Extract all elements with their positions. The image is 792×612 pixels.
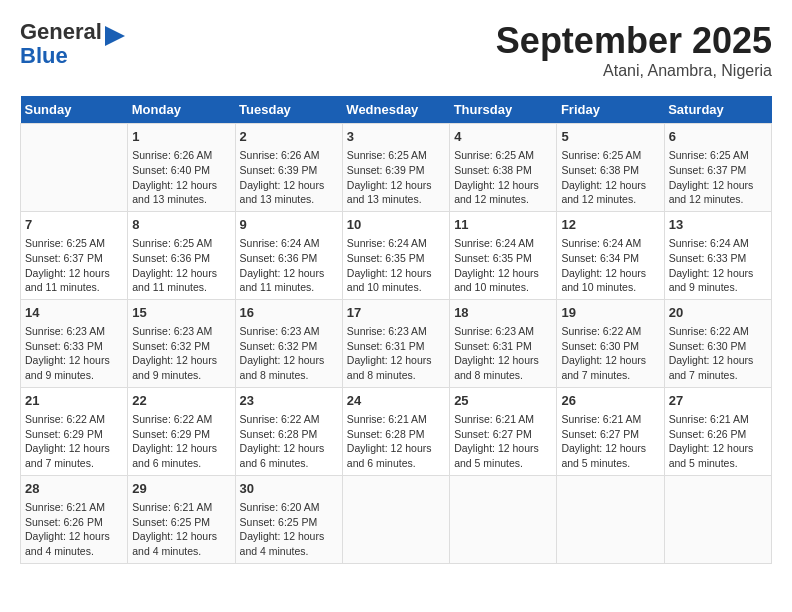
day-info: Sunrise: 6:25 AM Sunset: 6:36 PM Dayligh… xyxy=(132,236,230,295)
day-info: Sunrise: 6:21 AM Sunset: 6:27 PM Dayligh… xyxy=(561,412,659,471)
day-number: 17 xyxy=(347,304,445,322)
day-info: Sunrise: 6:25 AM Sunset: 6:38 PM Dayligh… xyxy=(454,148,552,207)
day-number: 4 xyxy=(454,128,552,146)
table-row xyxy=(21,124,128,212)
day-number: 9 xyxy=(240,216,338,234)
day-info: Sunrise: 6:22 AM Sunset: 6:29 PM Dayligh… xyxy=(132,412,230,471)
table-row: 22Sunrise: 6:22 AM Sunset: 6:29 PM Dayli… xyxy=(128,387,235,475)
calendar-week-row: 28Sunrise: 6:21 AM Sunset: 6:26 PM Dayli… xyxy=(21,475,772,563)
day-number: 28 xyxy=(25,480,123,498)
day-info: Sunrise: 6:24 AM Sunset: 6:35 PM Dayligh… xyxy=(347,236,445,295)
day-number: 29 xyxy=(132,480,230,498)
day-number: 7 xyxy=(25,216,123,234)
table-row: 8Sunrise: 6:25 AM Sunset: 6:36 PM Daylig… xyxy=(128,211,235,299)
logo: General Blue xyxy=(20,20,125,68)
day-number: 14 xyxy=(25,304,123,322)
table-row: 16Sunrise: 6:23 AM Sunset: 6:32 PM Dayli… xyxy=(235,299,342,387)
calendar-table: Sunday Monday Tuesday Wednesday Thursday… xyxy=(20,96,772,564)
calendar-week-row: 1Sunrise: 6:26 AM Sunset: 6:40 PM Daylig… xyxy=(21,124,772,212)
table-row: 15Sunrise: 6:23 AM Sunset: 6:32 PM Dayli… xyxy=(128,299,235,387)
day-number: 23 xyxy=(240,392,338,410)
table-row: 7Sunrise: 6:25 AM Sunset: 6:37 PM Daylig… xyxy=(21,211,128,299)
table-row: 5Sunrise: 6:25 AM Sunset: 6:38 PM Daylig… xyxy=(557,124,664,212)
table-row: 26Sunrise: 6:21 AM Sunset: 6:27 PM Dayli… xyxy=(557,387,664,475)
table-row: 23Sunrise: 6:22 AM Sunset: 6:28 PM Dayli… xyxy=(235,387,342,475)
svg-marker-0 xyxy=(105,26,125,46)
day-number: 12 xyxy=(561,216,659,234)
day-info: Sunrise: 6:21 AM Sunset: 6:26 PM Dayligh… xyxy=(25,500,123,559)
day-info: Sunrise: 6:24 AM Sunset: 6:35 PM Dayligh… xyxy=(454,236,552,295)
header-tuesday: Tuesday xyxy=(235,96,342,124)
table-row: 3Sunrise: 6:25 AM Sunset: 6:39 PM Daylig… xyxy=(342,124,449,212)
day-number: 1 xyxy=(132,128,230,146)
table-row: 14Sunrise: 6:23 AM Sunset: 6:33 PM Dayli… xyxy=(21,299,128,387)
day-number: 8 xyxy=(132,216,230,234)
day-number: 5 xyxy=(561,128,659,146)
day-number: 30 xyxy=(240,480,338,498)
logo-line2: Blue xyxy=(20,43,68,68)
day-info: Sunrise: 6:25 AM Sunset: 6:38 PM Dayligh… xyxy=(561,148,659,207)
day-number: 21 xyxy=(25,392,123,410)
table-row: 19Sunrise: 6:22 AM Sunset: 6:30 PM Dayli… xyxy=(557,299,664,387)
logo-arrow-icon xyxy=(105,26,125,46)
day-info: Sunrise: 6:25 AM Sunset: 6:37 PM Dayligh… xyxy=(25,236,123,295)
day-info: Sunrise: 6:23 AM Sunset: 6:31 PM Dayligh… xyxy=(454,324,552,383)
day-info: Sunrise: 6:22 AM Sunset: 6:28 PM Dayligh… xyxy=(240,412,338,471)
table-row xyxy=(557,475,664,563)
day-number: 3 xyxy=(347,128,445,146)
calendar-week-row: 14Sunrise: 6:23 AM Sunset: 6:33 PM Dayli… xyxy=(21,299,772,387)
day-info: Sunrise: 6:22 AM Sunset: 6:30 PM Dayligh… xyxy=(669,324,767,383)
calendar-subtitle: Atani, Anambra, Nigeria xyxy=(496,62,772,80)
title-block: September 2025 Atani, Anambra, Nigeria xyxy=(496,20,772,80)
day-info: Sunrise: 6:23 AM Sunset: 6:33 PM Dayligh… xyxy=(25,324,123,383)
table-row: 29Sunrise: 6:21 AM Sunset: 6:25 PM Dayli… xyxy=(128,475,235,563)
day-info: Sunrise: 6:25 AM Sunset: 6:39 PM Dayligh… xyxy=(347,148,445,207)
day-info: Sunrise: 6:24 AM Sunset: 6:36 PM Dayligh… xyxy=(240,236,338,295)
day-number: 2 xyxy=(240,128,338,146)
day-info: Sunrise: 6:24 AM Sunset: 6:33 PM Dayligh… xyxy=(669,236,767,295)
day-number: 16 xyxy=(240,304,338,322)
day-info: Sunrise: 6:22 AM Sunset: 6:30 PM Dayligh… xyxy=(561,324,659,383)
day-info: Sunrise: 6:24 AM Sunset: 6:34 PM Dayligh… xyxy=(561,236,659,295)
table-row: 17Sunrise: 6:23 AM Sunset: 6:31 PM Dayli… xyxy=(342,299,449,387)
day-number: 15 xyxy=(132,304,230,322)
table-row: 28Sunrise: 6:21 AM Sunset: 6:26 PM Dayli… xyxy=(21,475,128,563)
table-row: 4Sunrise: 6:25 AM Sunset: 6:38 PM Daylig… xyxy=(450,124,557,212)
table-row: 21Sunrise: 6:22 AM Sunset: 6:29 PM Dayli… xyxy=(21,387,128,475)
day-number: 27 xyxy=(669,392,767,410)
day-number: 20 xyxy=(669,304,767,322)
page-header: General Blue September 2025 Atani, Anamb… xyxy=(20,20,772,80)
calendar-week-row: 7Sunrise: 6:25 AM Sunset: 6:37 PM Daylig… xyxy=(21,211,772,299)
header-saturday: Saturday xyxy=(664,96,771,124)
table-row: 11Sunrise: 6:24 AM Sunset: 6:35 PM Dayli… xyxy=(450,211,557,299)
table-row: 24Sunrise: 6:21 AM Sunset: 6:28 PM Dayli… xyxy=(342,387,449,475)
day-info: Sunrise: 6:21 AM Sunset: 6:28 PM Dayligh… xyxy=(347,412,445,471)
day-info: Sunrise: 6:20 AM Sunset: 6:25 PM Dayligh… xyxy=(240,500,338,559)
table-row: 2Sunrise: 6:26 AM Sunset: 6:39 PM Daylig… xyxy=(235,124,342,212)
day-info: Sunrise: 6:22 AM Sunset: 6:29 PM Dayligh… xyxy=(25,412,123,471)
calendar-header-row: Sunday Monday Tuesday Wednesday Thursday… xyxy=(21,96,772,124)
table-row: 13Sunrise: 6:24 AM Sunset: 6:33 PM Dayli… xyxy=(664,211,771,299)
day-number: 26 xyxy=(561,392,659,410)
header-friday: Friday xyxy=(557,96,664,124)
day-number: 19 xyxy=(561,304,659,322)
day-info: Sunrise: 6:23 AM Sunset: 6:32 PM Dayligh… xyxy=(240,324,338,383)
day-number: 11 xyxy=(454,216,552,234)
day-number: 24 xyxy=(347,392,445,410)
table-row: 18Sunrise: 6:23 AM Sunset: 6:31 PM Dayli… xyxy=(450,299,557,387)
calendar-week-row: 21Sunrise: 6:22 AM Sunset: 6:29 PM Dayli… xyxy=(21,387,772,475)
table-row: 1Sunrise: 6:26 AM Sunset: 6:40 PM Daylig… xyxy=(128,124,235,212)
table-row xyxy=(664,475,771,563)
table-row: 10Sunrise: 6:24 AM Sunset: 6:35 PM Dayli… xyxy=(342,211,449,299)
day-info: Sunrise: 6:21 AM Sunset: 6:27 PM Dayligh… xyxy=(454,412,552,471)
table-row xyxy=(450,475,557,563)
day-number: 6 xyxy=(669,128,767,146)
table-row: 27Sunrise: 6:21 AM Sunset: 6:26 PM Dayli… xyxy=(664,387,771,475)
day-number: 10 xyxy=(347,216,445,234)
table-row: 12Sunrise: 6:24 AM Sunset: 6:34 PM Dayli… xyxy=(557,211,664,299)
day-info: Sunrise: 6:21 AM Sunset: 6:25 PM Dayligh… xyxy=(132,500,230,559)
day-number: 18 xyxy=(454,304,552,322)
table-row xyxy=(342,475,449,563)
header-sunday: Sunday xyxy=(21,96,128,124)
day-info: Sunrise: 6:23 AM Sunset: 6:32 PM Dayligh… xyxy=(132,324,230,383)
